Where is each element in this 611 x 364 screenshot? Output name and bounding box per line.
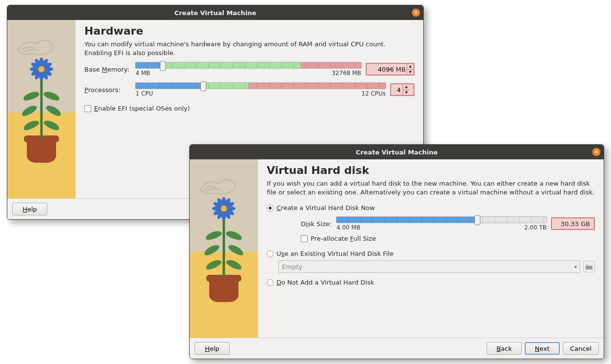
wizard-illustration (7, 20, 76, 198)
memory-min: 4 MB (136, 70, 150, 77)
disk-size-slider-thumb[interactable] (474, 215, 480, 225)
disk-size-max: 2.00 TB (524, 224, 547, 231)
existing-disk-value: Empty (282, 263, 302, 270)
harddisk-wizard-window: Create Virtual Machine (189, 144, 604, 359)
processors-slider[interactable] (135, 82, 386, 89)
page-title: Virtual Hard disk (267, 164, 595, 176)
titlebar[interactable]: Create Virtual Machine (190, 145, 604, 159)
processors-step-up-icon[interactable]: ▲ (403, 84, 410, 90)
memory-slider-thumb[interactable] (160, 61, 166, 71)
disk-size-min: 4.00 MB (336, 224, 360, 231)
preallocate-checkbox[interactable] (301, 235, 308, 242)
disk-size-value[interactable]: 30.33 GB (551, 217, 595, 230)
disk-size-row: Disk Size: 4.00 MB 2.00 TB 30.33 GB (301, 216, 595, 231)
no-disk-label: Do Not Add a Virtual Hard Disk (276, 279, 374, 286)
efi-checkbox[interactable] (84, 105, 91, 112)
processors-slider-thumb[interactable] (200, 81, 206, 91)
processors-input[interactable] (391, 84, 403, 95)
processors-row: Processors: 1 CPU 12 CPUs (84, 82, 414, 97)
disk-size-label: Disk Size: (301, 220, 332, 228)
page-description: You can modify virtual machine's hardwar… (84, 40, 414, 57)
back-button[interactable]: Back (487, 342, 522, 355)
existing-disk-combo[interactable]: Empty ▾ (278, 260, 580, 273)
memory-label: Base Memory: (84, 66, 131, 73)
memory-max: 32768 MB (332, 70, 361, 77)
use-existing-radio[interactable] (267, 250, 274, 257)
create-disk-radio[interactable] (267, 205, 274, 211)
footer: Help Back Next Cancel (190, 338, 604, 359)
processors-step-down-icon[interactable]: ▼ (403, 90, 410, 96)
memory-row: Base Memory: 4 MB 32768 MB (84, 62, 414, 77)
disk-size-slider[interactable] (336, 216, 547, 223)
processors-spinbox[interactable]: ▲ ▼ (390, 83, 414, 96)
processors-min: 1 CPU (136, 90, 153, 97)
use-existing-label: Use an Existing Virtual Hard Disk File (276, 250, 394, 257)
memory-input[interactable] (367, 64, 396, 75)
efi-checkbox-row[interactable]: Enable EFI (special OSes only) (84, 105, 414, 112)
processors-label: Processors: (84, 86, 131, 94)
memory-slider[interactable] (135, 62, 362, 69)
help-button[interactable]: Help (195, 342, 230, 355)
window-title: Create Virtual Machine (355, 149, 437, 156)
page-title: Hardware (84, 25, 414, 37)
efi-label: Enable EFI (special OSes only) (94, 105, 190, 112)
titlebar[interactable]: Create Virtual Machine (7, 5, 423, 20)
close-icon[interactable] (412, 8, 420, 17)
wizard-illustration (190, 159, 258, 338)
memory-spinbox[interactable]: MB ▲ ▼ (366, 63, 414, 76)
memory-step-up-icon[interactable]: ▲ (407, 64, 414, 70)
no-disk-radio[interactable] (267, 279, 274, 286)
page-description: If you wish you can add a virtual hard d… (267, 179, 595, 196)
memory-step-down-icon[interactable]: ▼ (407, 70, 414, 75)
existing-disk-combo-row: Empty ▾ (278, 260, 595, 273)
next-button[interactable]: Next (525, 342, 560, 355)
close-icon[interactable] (592, 148, 601, 156)
create-disk-label: Create a Virtual Hard Disk Now (276, 204, 375, 211)
help-button[interactable]: Help (12, 203, 47, 215)
chevron-down-icon: ▾ (574, 264, 577, 269)
preallocate-checkbox-row[interactable]: Pre-allocate Full Size (301, 235, 595, 242)
cancel-button[interactable]: Cancel (563, 342, 599, 355)
window-title: Create Virtual Machine (174, 9, 256, 17)
processors-max: 12 CPUs (361, 90, 386, 97)
browse-disk-button[interactable] (583, 261, 595, 272)
memory-unit: MB (396, 64, 407, 75)
no-disk-radio-row[interactable]: Do Not Add a Virtual Hard Disk (267, 279, 595, 286)
use-existing-radio-row[interactable]: Use an Existing Virtual Hard Disk File (267, 250, 595, 257)
create-disk-radio-row[interactable]: Create a Virtual Hard Disk Now (267, 204, 595, 211)
preallocate-label: Pre-allocate Full Size (311, 235, 376, 242)
